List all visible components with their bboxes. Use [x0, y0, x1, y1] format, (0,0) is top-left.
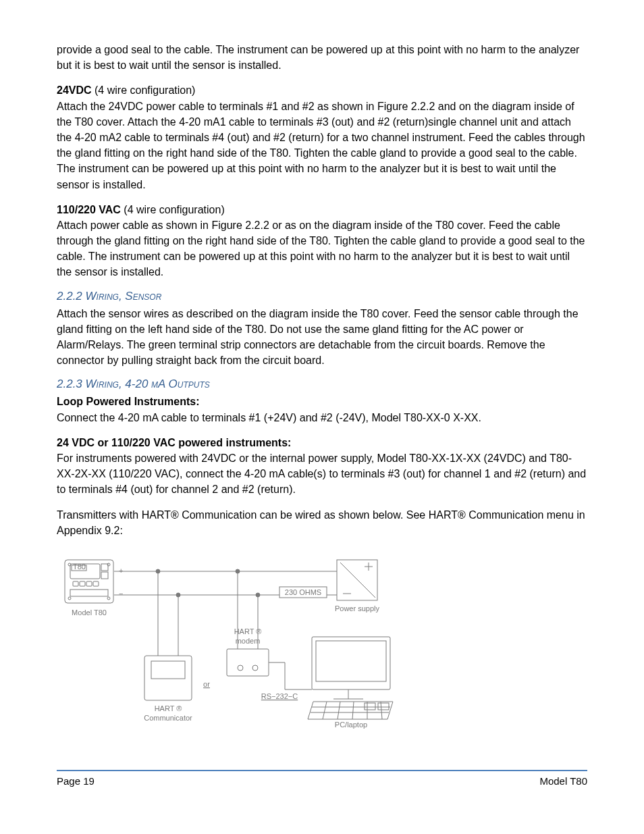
wiring-diagram: T80 + − Model T80 230 OHMS Power supply …: [57, 554, 408, 730]
hart-paragraph: Transmitters with HART® Communication ca…: [57, 507, 587, 538]
diagram-hart-comm-1: HART ®: [155, 704, 182, 712]
svg-rect-47: [378, 703, 389, 710]
svg-point-29: [256, 593, 260, 597]
svg-line-20: [340, 563, 375, 598]
paragraph-110-body: Attach power cable as shown in Figure 2.…: [57, 217, 587, 280]
page-footer: Page 19 Model T80: [57, 770, 587, 787]
svg-point-33: [238, 665, 243, 671]
svg-point-26: [156, 569, 160, 573]
paragraph-24vdc-head: 24VDC (4 wire configuration): [57, 82, 587, 98]
diagram-model-t80: Model T80: [72, 608, 107, 617]
ac-label: 24 VDC or 110/220 VAC powered instrument…: [57, 435, 587, 450]
heading-222: 2.2.2 Wiring, Sensor: [57, 290, 587, 303]
ac-body: For instruments powered with 24VDC or th…: [57, 450, 587, 498]
svg-rect-16: [337, 560, 377, 600]
diagram-pc: PC/laptop: [335, 721, 367, 729]
svg-rect-31: [151, 661, 185, 679]
paragraph-intro: provide a good seal to the cable. The in…: [57, 42, 587, 73]
svg-rect-15: [70, 590, 108, 596]
svg-rect-46: [365, 703, 375, 710]
footer-page: Page 19: [57, 775, 95, 787]
label-110-suffix: (4 wire configuration): [121, 204, 225, 215]
loop-body: Connect the 4-20 mA cable to terminals #…: [57, 410, 587, 425]
diagram-or: or: [203, 680, 210, 688]
svg-rect-12: [80, 581, 85, 586]
diagram-rs232: RS−232−C: [261, 692, 298, 700]
diagram-plus-left: +: [119, 567, 123, 575]
label-24vdc-suffix: (4 wire configuration): [92, 84, 196, 96]
diagram-hart-modem-1: HART ®: [234, 627, 262, 635]
diagram-230-ohms: 230 OHMS: [285, 588, 321, 596]
diagram-t80-badge: T80: [73, 563, 86, 571]
svg-point-27: [176, 593, 180, 597]
paragraph-110-head: 110/220 VAC (4 wire configuration): [57, 202, 587, 217]
svg-point-34: [252, 665, 258, 671]
svg-rect-36: [316, 641, 386, 681]
svg-line-43: [352, 702, 354, 719]
svg-point-5: [68, 597, 71, 600]
label-110: 110/220 VAC: [57, 204, 121, 215]
diagram-power-supply: Power supply: [335, 604, 380, 613]
svg-line-41: [323, 702, 327, 719]
paragraph-222: Attach the sensor wires as described on …: [57, 306, 587, 369]
svg-rect-11: [73, 581, 78, 586]
svg-point-28: [236, 569, 240, 573]
diagram-hart-modem-2: modem: [236, 637, 261, 645]
diagram-hart-comm-2: Communicator: [144, 714, 192, 722]
svg-rect-9: [101, 564, 108, 571]
diagram-minus-left: −: [119, 590, 123, 598]
footer-rule: [57, 770, 587, 771]
svg-rect-13: [86, 581, 92, 586]
svg-rect-10: [101, 572, 108, 579]
svg-rect-14: [93, 581, 99, 586]
heading-223: 2.2.3 Wiring, 4-20 mA Outputs: [57, 377, 587, 391]
loop-label: Loop Powered Instruments:: [57, 394, 587, 409]
svg-point-6: [107, 597, 110, 600]
label-24vdc: 24VDC: [57, 84, 92, 96]
svg-line-42: [338, 702, 340, 719]
svg-rect-32: [227, 649, 269, 676]
svg-line-45: [381, 702, 382, 719]
footer-model: Model T80: [539, 775, 587, 787]
page-content: provide a good seal to the cable. The in…: [0, 0, 644, 730]
paragraph-24vdc-body: Attach the 24VDC power cable to terminal…: [57, 99, 587, 192]
